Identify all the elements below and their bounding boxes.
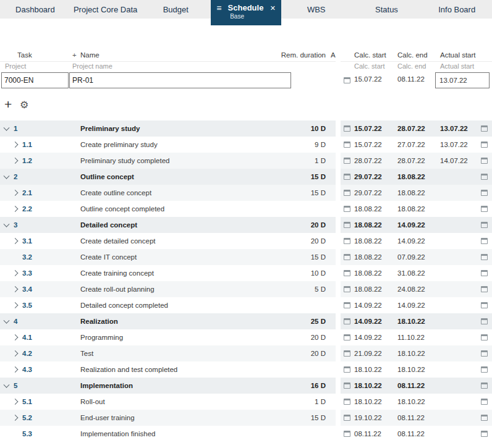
tab-dashboard[interactable]: Dashboard (0, 0, 70, 19)
calendar-icon[interactable] (481, 318, 488, 324)
task-row[interactable]: 3Detailed concept20 D18.08.2214.09.22 (0, 217, 492, 233)
calendar-icon[interactable] (481, 190, 488, 196)
calendar-icon[interactable] (481, 415, 488, 421)
expand-chevron-icon[interactable] (12, 286, 19, 292)
task-row[interactable]: 4.3Realization and test completed18.10.2… (0, 361, 492, 378)
calendar-icon[interactable] (344, 254, 350, 260)
calendar-icon[interactable] (481, 270, 488, 276)
calendar-icon[interactable] (344, 431, 350, 437)
add-column-icon[interactable]: + (72, 51, 77, 59)
task-row[interactable]: 2Outline concept15 D29.07.2218.08.22 (0, 169, 492, 185)
task-row-left: 4.2Test20 D (0, 345, 336, 361)
calendar-icon[interactable] (344, 142, 350, 148)
collapse-chevron-icon[interactable] (4, 221, 10, 227)
task-row[interactable]: 3.2Create IT concept15 D18.08.2207.09.22 (0, 249, 492, 265)
calendar-icon[interactable] (344, 350, 350, 357)
calendar-icon[interactable] (481, 399, 488, 405)
task-duration: 1 D (315, 394, 326, 410)
calendar-icon[interactable] (481, 125, 488, 132)
task-row[interactable]: 3.1Create detailed concept20 D18.08.2214… (0, 233, 492, 249)
expand-chevron-icon[interactable] (12, 350, 19, 357)
project-actual-start-field[interactable]: 13.07.22 (435, 72, 490, 88)
task-row[interactable]: 1.2Preliminary study completed1 D28.07.2… (0, 153, 492, 169)
calendar-icon[interactable] (481, 431, 488, 437)
task-row[interactable]: 5.1Roll-out1 D18.10.2218.10.22 (0, 394, 492, 410)
calendar-icon[interactable] (481, 334, 488, 340)
calendar-icon[interactable] (344, 222, 350, 228)
pane-separator (336, 120, 341, 137)
calendar-icon[interactable] (344, 206, 350, 212)
calendar-icon[interactable] (481, 174, 488, 180)
expand-chevron-icon[interactable] (12, 415, 19, 421)
calendar-icon[interactable] (344, 286, 350, 292)
calendar-icon[interactable] (344, 190, 350, 196)
calendar-icon[interactable] (344, 158, 350, 164)
task-row[interactable]: 5.2End-user training15 D19.10.2208.11.22 (0, 410, 492, 426)
calendar-icon[interactable] (481, 286, 488, 292)
calendar-icon[interactable] (344, 270, 350, 276)
collapse-chevron-icon[interactable] (4, 382, 10, 388)
task-row[interactable]: 4Realization25 D14.09.2218.10.22 (0, 313, 492, 329)
calendar-icon[interactable] (344, 334, 350, 340)
gear-icon[interactable]: ⚙ (20, 98, 28, 112)
expand-chevron-icon[interactable] (12, 302, 19, 308)
calendar-icon[interactable] (481, 158, 488, 164)
calendar-icon[interactable] (481, 206, 488, 212)
calendar-icon[interactable] (344, 382, 350, 389)
close-tab-icon[interactable]: ✕ (270, 4, 276, 12)
calendar-icon[interactable] (481, 238, 488, 244)
task-number: 1.2 (22, 153, 32, 169)
calendar-icon[interactable] (344, 366, 350, 373)
task-row[interactable]: 1Preliminary study10 D15.07.2228.07.2213… (0, 120, 492, 137)
expand-chevron-icon[interactable] (12, 399, 19, 405)
task-rows: 1Preliminary study10 D15.07.2228.07.2213… (0, 120, 492, 442)
expand-chevron-icon[interactable] (12, 270, 19, 276)
tab-project-core-data[interactable]: Project Core Data (70, 0, 141, 19)
calendar-icon[interactable] (344, 238, 350, 244)
calendar-icon[interactable] (481, 382, 488, 389)
calendar-icon[interactable] (344, 77, 350, 83)
calendar-icon[interactable] (344, 174, 350, 180)
task-row[interactable]: 3.3Create training concept10 D18.08.2231… (0, 265, 492, 281)
tab-budget[interactable]: Budget (140, 0, 211, 19)
expand-chevron-icon[interactable] (12, 158, 19, 164)
task-row[interactable]: 2.1Create outline concept15 D29.07.2218.… (0, 185, 492, 201)
expand-chevron-icon[interactable] (12, 190, 19, 196)
calendar-icon[interactable] (344, 415, 350, 421)
calendar-icon[interactable] (344, 399, 350, 405)
calendar-icon[interactable] (481, 366, 488, 373)
collapse-chevron-icon[interactable] (4, 173, 10, 179)
expand-chevron-icon[interactable] (12, 206, 19, 212)
task-number: 4.3 (22, 361, 32, 378)
tab-schedule[interactable]: ≡Schedule✕Base (211, 0, 281, 25)
task-row[interactable]: 3.5Detailed concept completed14.09.2214.… (0, 297, 492, 313)
menu-icon[interactable]: ≡ (216, 4, 221, 12)
project-id-input[interactable] (1, 72, 69, 88)
task-row[interactable]: 1.1Create preliminary study9 D15.07.2227… (0, 137, 492, 153)
task-row[interactable]: 5.3Implementation finished08.11.2208.11.… (0, 426, 492, 442)
calendar-icon[interactable] (481, 222, 488, 228)
calendar-icon[interactable] (481, 350, 488, 357)
project-name-input[interactable] (69, 72, 291, 88)
add-task-icon[interactable]: + (4, 96, 12, 112)
expand-chevron-icon[interactable] (12, 366, 19, 373)
calendar-icon[interactable] (344, 125, 350, 132)
calendar-icon[interactable] (481, 302, 488, 308)
expand-chevron-icon[interactable] (12, 142, 19, 148)
calendar-icon[interactable] (344, 318, 350, 324)
expand-chevron-icon[interactable] (12, 334, 19, 340)
tab-status[interactable]: Status (352, 0, 422, 19)
collapse-chevron-icon[interactable] (4, 125, 10, 131)
task-row[interactable]: 5Implementation16 D18.10.2208.11.22 (0, 378, 492, 394)
calendar-icon[interactable] (344, 302, 350, 308)
task-row[interactable]: 2.2Outline concept completed18.08.2218.0… (0, 201, 492, 217)
collapse-chevron-icon[interactable] (4, 318, 10, 324)
tab-info-board[interactable]: Info Board (422, 0, 492, 19)
task-row[interactable]: 4.1Programming20 D14.09.2211.10.22 (0, 329, 492, 345)
tab-wbs[interactable]: WBS (281, 0, 352, 19)
calendar-icon[interactable] (481, 254, 488, 260)
expand-chevron-icon[interactable] (12, 238, 19, 244)
task-row[interactable]: 3.4Create roll-out planning5 D18.08.2224… (0, 281, 492, 297)
task-row[interactable]: 4.2Test20 D21.09.2218.10.22 (0, 345, 492, 361)
calendar-icon[interactable] (481, 142, 488, 148)
